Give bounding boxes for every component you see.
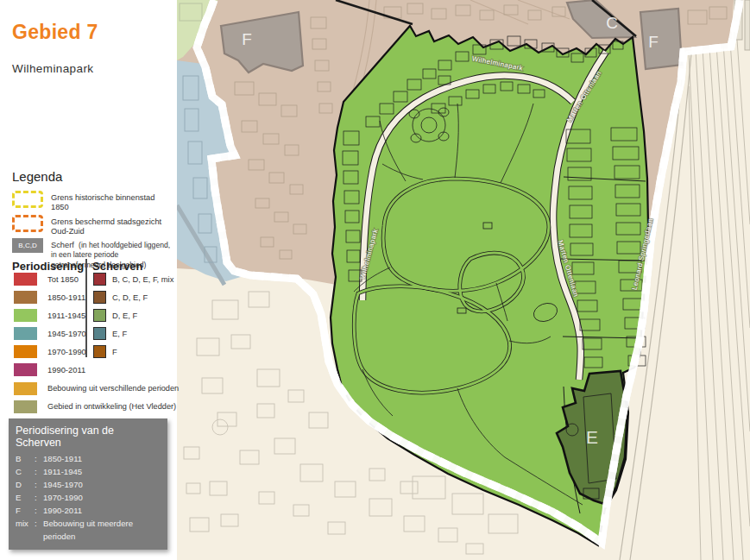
column-divider [85, 259, 87, 357]
periodisering-heading: Periodisering [12, 260, 84, 273]
color-swatch [93, 291, 106, 304]
scherf-label-main: Scherf [51, 241, 74, 249]
color-swatch [14, 363, 37, 376]
period-label: 1970-1990 [47, 347, 86, 356]
periodisering-row: 1990-2011 [14, 362, 85, 376]
period-label: 1850-1911 [47, 293, 85, 302]
color-swatch [14, 273, 37, 286]
color-swatch [93, 309, 106, 322]
scherven-row: B, C, D, E, F, mix [93, 273, 173, 285]
table-row: C:1911-1945 [9, 465, 167, 478]
legend-item-label: Grens historische binnenstad 1850 [51, 191, 172, 213]
table-row: mix:Bebouwing uit meerdere perioden [9, 517, 167, 543]
scherven-heading: Scherven [92, 260, 143, 273]
scherf-combo-label: D, E, F [112, 311, 137, 320]
period-label: Bebouwing uit verschillende perioden [47, 384, 179, 393]
color-swatch [93, 273, 106, 286]
color-swatch [14, 382, 37, 395]
periodisering-row: 1911-1945 [14, 308, 85, 322]
scherven-row: E, F [93, 327, 127, 339]
periodisering-row: 1945-1970 [14, 326, 86, 340]
map-page: Wilhelminapark Wilhelminapark Marten Ott… [0, 0, 750, 560]
scherf-combo-label: F [112, 347, 117, 356]
table-heading: Periodisering van de Scherven [9, 425, 167, 452]
scherf-combo-label: E, F [112, 329, 127, 338]
periodisering-row: Tot 1850 [14, 272, 79, 286]
legend-item-binnenstad: Grens historische binnenstad 1850 [12, 191, 172, 213]
yellow-dashed-swatch [12, 191, 43, 208]
periodisering-row: 1970-1990 [14, 344, 86, 358]
scherf-combo-label: C, D, E, F [112, 293, 148, 302]
orange-dashed-swatch [12, 215, 43, 232]
table-row: D:1945-1970 [9, 478, 167, 491]
periodisering-row: 1850-1911 [14, 290, 85, 304]
color-swatch [14, 309, 37, 322]
zone-label-c: C [606, 14, 618, 32]
zone-label-f-left: F [242, 30, 252, 48]
color-swatch [14, 327, 37, 340]
periodisering-row: Gebied in ontwikkeling (Het Vledder) [14, 400, 176, 413]
scherven-row: C, D, E, F [93, 291, 148, 303]
color-swatch [93, 327, 106, 340]
scherven-period-table: Periodisering van de Scherven B:1850-191… [9, 418, 167, 550]
color-swatch [14, 400, 37, 413]
scherven-row: D, E, F [93, 309, 137, 321]
period-label: 1911-1945 [47, 311, 85, 320]
zone-label-e: E [586, 427, 598, 447]
period-label: 1945-1970 [47, 329, 86, 338]
period-label: 1990-2011 [47, 365, 85, 374]
legend-item-label: Grens beschermd stadsgezicht Oud-Zuid [51, 215, 172, 237]
scherf-swatch: B,C,D [12, 238, 43, 253]
table-row: F:1990-2011 [9, 504, 167, 517]
period-label: Tot 1850 [47, 274, 79, 284]
color-swatch [14, 345, 37, 358]
color-swatch [93, 345, 106, 358]
zone-f-right [640, 9, 682, 69]
legend-item-stadsgezicht: Grens beschermd stadsgezicht Oud-Zuid [12, 215, 172, 237]
color-swatch [14, 291, 37, 304]
zone-label-f-right: F [648, 33, 659, 51]
scherven-row: F [93, 345, 117, 357]
period-label: Gebied in ontwikkeling (Het Vledder) [47, 402, 176, 411]
table-row: E:1970-1990 [9, 491, 167, 504]
scherf-combo-label: B, C, D, E, F, mix [112, 274, 173, 284]
periodisering-row: Bebouwing uit verschillende perioden [14, 381, 179, 395]
legend-panel: Gebied 7 Wilheminapark Legenda Grens his… [0, 0, 177, 560]
table-row: B:1850-1911 [9, 452, 167, 465]
page-title: Gebied 7 [12, 21, 98, 44]
page-subtitle: Wilheminapark [12, 62, 93, 75]
legend-heading: Legenda [12, 169, 62, 184]
